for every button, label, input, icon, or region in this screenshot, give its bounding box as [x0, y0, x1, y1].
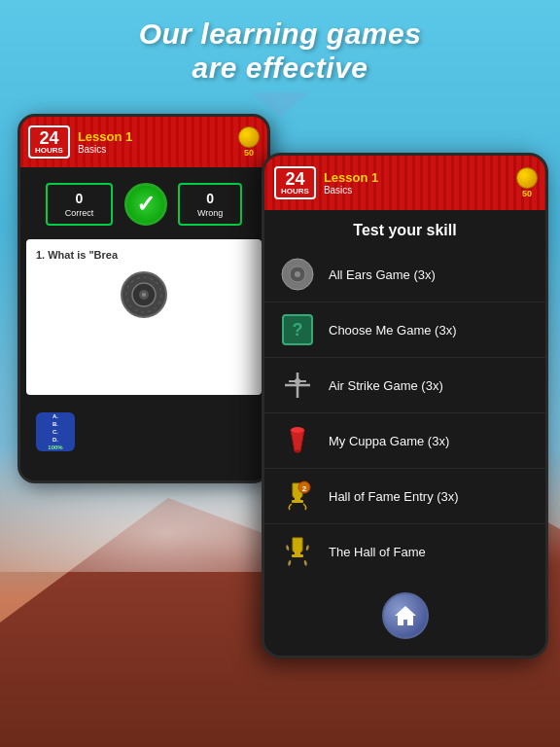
skill-label-fame-entry: Hall of Fame Entry (3x): [329, 489, 459, 504]
home-button[interactable]: [382, 592, 429, 639]
skill-item-hall-of-fame[interactable]: The Hall of Fame: [264, 524, 545, 579]
svg-text:2: 2: [302, 484, 307, 493]
skill-item-ears[interactable]: All Ears Game (3x): [264, 247, 545, 302]
back-lesson-title: Lesson 1: [78, 129, 132, 144]
coin-value: 50: [244, 148, 254, 158]
skill-label-ears: All Ears Game (3x): [329, 267, 436, 282]
fame-entry-icon: 2: [281, 480, 314, 513]
wrong-score: 0: [197, 191, 223, 206]
front-tablet-header: 24 HOURS Lesson 1 Basics 50: [264, 156, 545, 210]
svg-rect-20: [292, 554, 303, 557]
ears-icon: [281, 258, 314, 291]
wrong-score-box: 0 Wrong: [178, 183, 242, 226]
question-text: 1. What is "Brea: [36, 249, 252, 261]
header-line1: Our learning games: [19, 18, 541, 52]
svg-rect-15: [295, 495, 300, 500]
svg-marker-12: [291, 430, 304, 451]
tablets-container: 24 HOURS Lesson 1 Basics 50 0 Correct: [0, 94, 560, 747]
svg-point-14: [295, 450, 300, 453]
checkmark-icon: ✓: [124, 183, 167, 226]
skill-label-hall-of-fame: The Hall of Fame: [329, 545, 426, 559]
score-area: 0 Correct ✓ 0 Wrong: [20, 167, 267, 233]
front-tablet-lesson-info: Lesson 1 Basics: [324, 170, 378, 196]
front-tablet-logo: 24 HOURS: [274, 166, 316, 199]
front-tablet-coin: 50: [516, 167, 538, 198]
cuppa-icon: [281, 424, 314, 457]
front-logo-24-text: 24: [285, 169, 304, 189]
logo-24-text: 24: [39, 128, 58, 148]
choose-icon-wrap: ?: [280, 312, 315, 347]
front-lesson-title: Lesson 1: [324, 170, 378, 185]
back-tablet-lesson-info: Lesson 1 Basics: [78, 129, 132, 155]
correct-score-box: 0 Correct: [46, 183, 114, 226]
question-area: 1. What is "Brea: [26, 239, 262, 395]
svg-rect-16: [292, 500, 303, 503]
speaker-icon: [120, 270, 168, 319]
back-tablet-logo: 24 HOURS: [28, 125, 70, 159]
wrong-label: Wrong: [197, 208, 223, 218]
fame-entry-icon-wrap: 2: [280, 479, 315, 514]
back-lesson-subtitle: Basics: [78, 144, 132, 155]
skill-item-airstrike[interactable]: Air Strike Game (3x): [264, 358, 545, 413]
ears-icon-wrap: [280, 257, 315, 292]
header-line2: are effective: [19, 52, 541, 86]
skill-label-choose: Choose Me Game (3x): [329, 323, 457, 338]
svg-point-13: [291, 427, 304, 433]
home-icon: [393, 603, 418, 628]
skill-item-choose[interactable]: ? Choose Me Game (3x): [264, 302, 545, 358]
front-coin-value: 50: [522, 189, 532, 198]
skill-item-fame-entry[interactable]: 2 Hall of Fame Entry (3x): [264, 469, 545, 524]
skills-title: Test your skill: [264, 210, 545, 247]
svg-point-7: [295, 271, 300, 277]
cuppa-icon-wrap: [280, 423, 315, 458]
svg-point-11: [295, 378, 300, 384]
svg-point-3: [142, 293, 146, 297]
front-tablet: 24 HOURS Lesson 1 Basics 50 Test your sk…: [262, 153, 548, 658]
skill-item-cuppa[interactable]: My Cuppa Game (3x): [264, 413, 545, 469]
skills-list: All Ears Game (3x) ? Choose Me Game (3x): [264, 247, 545, 579]
front-coin-circle: [516, 167, 538, 189]
coin-circle: [238, 126, 260, 148]
svg-rect-19: [295, 550, 300, 554]
airstrike-icon-wrap: [280, 368, 315, 403]
airstrike-icon: [281, 369, 314, 402]
front-logo-hours-text: HOURS: [281, 188, 309, 196]
skill-label-cuppa: My Cuppa Game (3x): [329, 434, 449, 448]
back-tablet-coin: 50: [238, 126, 260, 158]
abc-badge: A.B.C.D. 100%: [36, 412, 75, 451]
back-tablet-header: 24 HOURS Lesson 1 Basics 50: [20, 117, 267, 167]
logo-hours-text: HOURS: [35, 147, 63, 155]
svg-marker-21: [395, 606, 416, 625]
correct-score: 0: [65, 191, 94, 206]
back-tablet: 24 HOURS Lesson 1 Basics 50 0 Correct: [18, 114, 270, 483]
home-button-area: [264, 579, 545, 649]
header-text: Our learning games are effective: [0, 0, 560, 94]
hall-of-fame-icon: [281, 535, 314, 568]
skill-label-airstrike: Air Strike Game (3x): [329, 378, 443, 393]
choose-icon: ?: [282, 314, 313, 345]
hall-of-fame-icon-wrap: [280, 534, 315, 569]
front-lesson-subtitle: Basics: [324, 185, 378, 196]
correct-label: Correct: [65, 208, 94, 218]
